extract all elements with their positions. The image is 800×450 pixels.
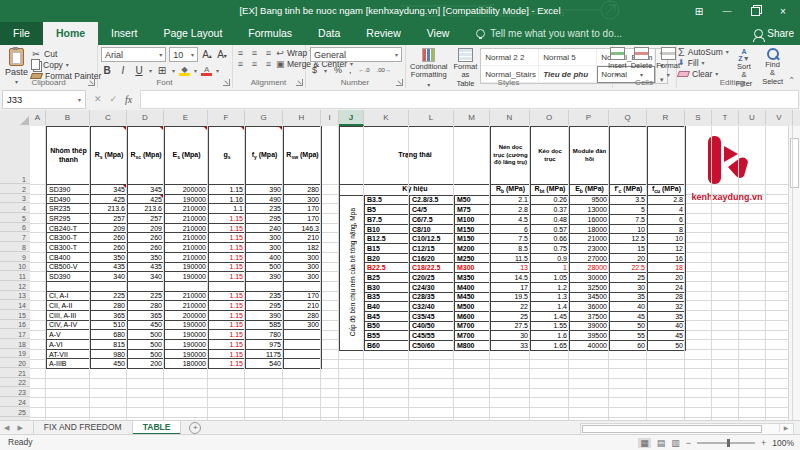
cell[interactable]: 34500 bbox=[570, 292, 610, 302]
underline-dropdown-arrow[interactable]: ▾ bbox=[149, 67, 152, 74]
cell[interactable]: M800 bbox=[455, 340, 491, 350]
cell[interactable]: 190000 bbox=[165, 349, 209, 359]
cell[interactable] bbox=[284, 340, 322, 350]
cell[interactable]: SD390 bbox=[47, 272, 91, 282]
header-cell[interactable]: fcu (MPa) bbox=[648, 185, 686, 196]
cell[interactable]: 300 bbox=[284, 320, 322, 330]
cell[interactable]: 32 bbox=[648, 302, 686, 312]
cell[interactable]: 7.5 bbox=[610, 215, 648, 225]
row-header-23[interactable]: 23 bbox=[0, 387, 30, 397]
cell[interactable]: B10 bbox=[365, 224, 410, 234]
align-middle-icon[interactable]: ≡ bbox=[249, 48, 260, 58]
cell[interactable]: 260 bbox=[91, 233, 128, 243]
row-header-9[interactable]: 9 bbox=[0, 252, 30, 262]
share-button[interactable]: Share bbox=[754, 22, 794, 45]
column-header-O[interactable]: O bbox=[530, 110, 569, 125]
cell[interactable]: C20/25 bbox=[410, 273, 455, 283]
cell[interactable]: 210000 bbox=[165, 223, 209, 233]
cell[interactable]: 17 bbox=[491, 282, 531, 292]
ribbon-tab-view[interactable]: View bbox=[414, 22, 463, 45]
cell[interactable]: 210000 bbox=[165, 252, 209, 262]
copy-button[interactable]: Copy▾ bbox=[31, 59, 101, 70]
cell[interactable]: 0.57 bbox=[531, 224, 570, 234]
header-cell[interactable]: Rsc (Mpa) bbox=[128, 127, 165, 185]
cell[interactable]: 540 bbox=[246, 359, 284, 369]
row-header-19[interactable]: 19 bbox=[0, 349, 30, 359]
cell[interactable]: 35 bbox=[648, 311, 686, 321]
cell[interactable]: 0.75 bbox=[531, 244, 570, 254]
column-header-L[interactable]: L bbox=[409, 110, 454, 125]
cell[interactable]: 25 bbox=[491, 311, 531, 321]
column-header-V[interactable]: V bbox=[766, 110, 793, 125]
cell[interactable]: 213.6 bbox=[128, 204, 165, 214]
cell[interactable]: C32/40 bbox=[410, 302, 455, 312]
clipboard-dialog-launcher[interactable] bbox=[88, 79, 95, 86]
header-cell[interactable]: Nhóm thép thanh bbox=[47, 127, 91, 185]
cell[interactable]: 1.15 bbox=[209, 349, 246, 359]
accounting-format-icon[interactable]: $ bbox=[312, 65, 317, 75]
column-header-T[interactable]: T bbox=[712, 110, 739, 125]
cell[interactable]: 209 bbox=[91, 223, 128, 233]
font-color-icon[interactable]: A bbox=[201, 65, 212, 76]
cell[interactable]: 190000 bbox=[165, 330, 209, 340]
cell[interactable]: 13000 bbox=[570, 205, 610, 215]
row-header-13[interactable]: 13 bbox=[0, 291, 30, 301]
bold-button[interactable]: B bbox=[101, 65, 113, 76]
zoom-slider[interactable] bbox=[697, 442, 755, 444]
cell-grid[interactable]: Nhóm thép thanhRs (Mpa)Rsc (Mpa)Es (Mpa)… bbox=[30, 126, 800, 420]
increase-font-icon[interactable]: A▴ bbox=[201, 49, 213, 60]
new-sheet-button[interactable]: + bbox=[189, 422, 201, 434]
cell[interactable]: 2.8 bbox=[648, 195, 686, 205]
cell[interactable]: 300 bbox=[284, 194, 322, 204]
cell[interactable]: 28000 bbox=[570, 263, 610, 273]
cell[interactable]: 50 bbox=[648, 340, 686, 350]
column-header-G[interactable]: G bbox=[245, 110, 283, 125]
cell[interactable]: 340 bbox=[91, 272, 128, 282]
cell[interactable]: 235 bbox=[246, 291, 284, 301]
cell[interactable]: 280 bbox=[128, 301, 165, 311]
column-header-C[interactable]: C bbox=[90, 110, 127, 125]
cell[interactable]: A-IIIB bbox=[47, 359, 91, 369]
cell[interactable]: 0.9 bbox=[531, 253, 570, 263]
cell[interactable]: C12/15 bbox=[410, 244, 455, 254]
cell[interactable]: SR295 bbox=[47, 214, 91, 224]
cell[interactable]: 1.15 bbox=[209, 185, 246, 195]
cell[interactable]: C28/35 bbox=[410, 292, 455, 302]
cell[interactable]: 40 bbox=[648, 321, 686, 331]
align-bottom-icon[interactable]: ≡ bbox=[263, 48, 274, 58]
cell[interactable]: 975 bbox=[246, 340, 284, 350]
cell[interactable]: 3.5 bbox=[610, 195, 648, 205]
cell[interactable]: 2.1 bbox=[491, 195, 531, 205]
cell[interactable]: 1.16 bbox=[209, 194, 246, 204]
cell[interactable] bbox=[47, 281, 91, 291]
cell[interactable]: CB300-T bbox=[47, 243, 91, 253]
cell[interactable]: 1.15 bbox=[209, 359, 246, 369]
number-dialog-launcher[interactable] bbox=[396, 79, 403, 86]
cell[interactable]: 0.66 bbox=[531, 234, 570, 244]
cell[interactable]: 200000 bbox=[165, 185, 209, 195]
zoom-level[interactable]: 100% bbox=[772, 438, 794, 448]
cell[interactable]: 1.3 bbox=[531, 292, 570, 302]
row-header-21[interactable]: 21 bbox=[0, 368, 30, 378]
cell[interactable]: 1.4 bbox=[531, 302, 570, 312]
ribbon-tab-file[interactable]: File bbox=[0, 22, 43, 45]
fill-color-icon[interactable]: ◆ bbox=[179, 65, 190, 76]
zoom-out-icon[interactable]: − bbox=[686, 438, 691, 448]
cell[interactable]: 780 bbox=[246, 330, 284, 340]
cell[interactable]: 500 bbox=[128, 330, 165, 340]
cell[interactable]: 0.37 bbox=[531, 205, 570, 215]
cell[interactable]: CB240-T bbox=[47, 223, 91, 233]
cell[interactable]: 1.65 bbox=[531, 340, 570, 350]
cell[interactable]: 19.5 bbox=[491, 292, 531, 302]
header-cell[interactable]: fy (Mpa) bbox=[246, 127, 284, 185]
cell[interactable]: 33 bbox=[491, 340, 531, 350]
cell[interactable]: 450 bbox=[128, 320, 165, 330]
cell[interactable]: C35/45 bbox=[410, 311, 455, 321]
cell[interactable] bbox=[284, 349, 322, 359]
row-header-3[interactable]: 3 bbox=[0, 194, 30, 204]
cell[interactable]: 12 bbox=[648, 244, 686, 254]
cell[interactable] bbox=[165, 281, 209, 291]
row-header-1[interactable]: 1 bbox=[0, 126, 30, 184]
cell[interactable]: 1.15 bbox=[209, 262, 246, 272]
cell[interactable]: 210000 bbox=[165, 291, 209, 301]
